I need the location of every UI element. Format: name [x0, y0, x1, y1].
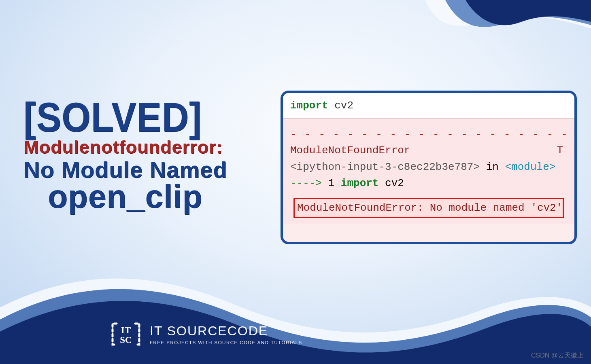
traceback-trailing-letter: T: [557, 142, 563, 159]
corner-swoop: [0, 0, 591, 93]
traceback-error-type: ModuleNotFoundError: [290, 144, 410, 157]
traceback-import-mod: cv2: [385, 177, 404, 189]
headline-nomodule: No Module Named: [23, 159, 283, 181]
logo-mark-icon: IT SC: [109, 320, 142, 349]
svg-text:IT: IT: [121, 325, 131, 335]
slide-stage: [SOLVED] Modulenotfounderror: No Module …: [0, 0, 591, 364]
headline-error: Modulenotfounderror:: [23, 138, 283, 156]
headline-target: open_clip: [48, 180, 283, 213]
footer-brand: IT SOURCECODE: [150, 324, 302, 339]
watermark: CSDN @云天徽上: [531, 351, 584, 360]
traceback-final-error: ModuleNotFoundError: No module named 'cv…: [293, 198, 564, 218]
traceback-ipy-input: <ipython-input-3-c8ec22b3e787>: [290, 161, 480, 173]
import-module: cv2: [334, 99, 353, 112]
svg-text:SC: SC: [120, 335, 132, 345]
footer-tagline: FREE PROJECTS WITH SOURCE CODE AND TUTOR…: [150, 340, 302, 345]
traceback-arrow: ---->: [290, 177, 322, 189]
headline-solved: [SOLVED]: [23, 99, 283, 136]
traceback-line-no: 1: [328, 177, 335, 189]
headline-block: [SOLVED] Modulenotfounderror: No Module …: [23, 100, 283, 213]
footer-logo-text: IT SOURCECODE FREE PROJECTS WITH SOURCE …: [150, 324, 302, 345]
traceback-in: in: [486, 161, 499, 173]
traceback-dashes: - - - - - - - - - - - - - - - - - - - - …: [290, 126, 567, 142]
code-panel: import cv2 - - - - - - - - - - - - - - -…: [281, 91, 577, 244]
code-panel-input: import cv2: [283, 93, 574, 119]
traceback-import-kw: import: [341, 177, 379, 189]
code-panel-traceback: - - - - - - - - - - - - - - - - - - - - …: [283, 119, 574, 224]
footer-logo: IT SC IT SOURCECODE FREE PROJECTS WITH S…: [109, 320, 302, 349]
traceback-module-tag: <module>: [505, 161, 556, 173]
import-keyword: import: [290, 99, 328, 112]
